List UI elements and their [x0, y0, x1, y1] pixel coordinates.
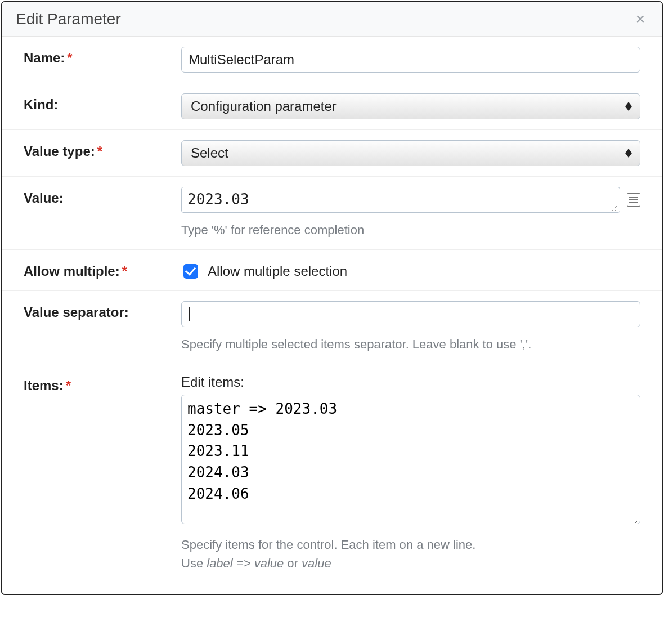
- svg-marker-3: [625, 153, 632, 158]
- items-hint-line1: Specify items for the control. Each item…: [181, 538, 475, 552]
- value-separator-hint: Specify multiple selected items separato…: [181, 335, 640, 354]
- items-hint-line2b: label => value: [207, 556, 284, 570]
- label-kind: Kind:: [24, 93, 181, 113]
- allow-multiple-checkbox[interactable]: [183, 264, 198, 279]
- required-icon: *: [66, 378, 71, 393]
- expand-editor-icon[interactable]: [627, 193, 640, 207]
- svg-marker-2: [625, 149, 632, 153]
- value-type-select[interactable]: Select: [181, 140, 640, 166]
- label-value: Value:: [24, 187, 181, 206]
- row-kind: Kind: Configuration parameter: [2, 83, 662, 130]
- row-value-type: Value type:* Select: [2, 130, 662, 177]
- required-icon: *: [67, 50, 72, 65]
- items-hint: Specify items for the control. Each item…: [181, 535, 640, 573]
- svg-marker-0: [625, 102, 632, 106]
- allow-multiple-checkbox-label: Allow multiple selection: [208, 263, 347, 279]
- required-icon: *: [97, 144, 102, 159]
- svg-line-4: [612, 205, 618, 211]
- label-value-separator: Value separator:: [24, 301, 181, 320]
- row-value: Value: 2023.03 Type '%' for reference co…: [2, 177, 662, 250]
- value-hint: Type '%' for reference completion: [181, 221, 640, 239]
- row-name: Name:*: [2, 37, 662, 83]
- label-items: Items:*: [24, 374, 181, 393]
- items-hint-line2c: or: [284, 556, 302, 570]
- label-allow-multiple-text: Allow multiple:: [24, 263, 120, 279]
- label-allow-multiple: Allow multiple:*: [24, 260, 181, 279]
- label-name-text: Name:: [24, 50, 65, 65]
- label-value-type-text: Value type:: [24, 144, 95, 159]
- label-items-text: Items:: [24, 378, 64, 393]
- select-arrows-icon: [625, 102, 632, 111]
- row-allow-multiple: Allow multiple:* Allow multiple selectio…: [2, 250, 662, 291]
- svg-marker-1: [625, 106, 632, 111]
- dialog-body: Name:* Kind: Configuration parameter: [2, 37, 662, 594]
- name-input[interactable]: [181, 47, 640, 73]
- required-icon: *: [122, 263, 127, 279]
- text-cursor-icon: [189, 307, 190, 321]
- resize-handle-icon: [611, 203, 618, 211]
- dialog-title: Edit Parameter: [16, 10, 121, 28]
- items-hint-line2d: value: [302, 556, 331, 570]
- label-name: Name:*: [24, 47, 181, 66]
- value-input-text: 2023.03: [187, 191, 249, 208]
- items-textarea[interactable]: [181, 395, 640, 524]
- value-separator-input[interactable]: [181, 301, 640, 327]
- dialog-header: Edit Parameter ×: [2, 2, 662, 37]
- label-value-type: Value type:*: [24, 140, 181, 159]
- kind-select[interactable]: Configuration parameter: [181, 93, 640, 119]
- close-icon[interactable]: ×: [632, 11, 648, 27]
- value-input[interactable]: 2023.03: [181, 187, 620, 213]
- value-type-select-value: Select: [191, 145, 228, 160]
- svg-line-5: [615, 208, 618, 211]
- row-items: Items:* Edit items: Specify items for th…: [2, 364, 662, 583]
- row-value-separator: Value separator: Specify multiple select…: [2, 291, 662, 364]
- edit-parameter-dialog: Edit Parameter × Name:* Kind: Configurat…: [1, 1, 663, 595]
- items-edit-label: Edit items:: [181, 374, 640, 390]
- select-arrows-icon: [625, 149, 632, 158]
- kind-select-value: Configuration parameter: [191, 99, 337, 114]
- items-hint-line2a: Use: [181, 556, 207, 570]
